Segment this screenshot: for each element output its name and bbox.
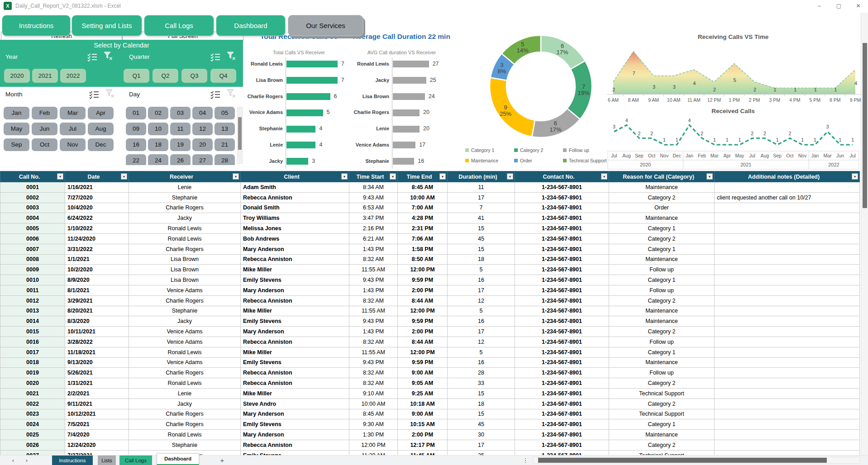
cell-receiver[interactable]: Venice Adams: [129, 327, 241, 337]
cell-call-no[interactable]: 0011: [0, 285, 65, 295]
cell-time-start[interactable]: 8:32 AM: [349, 378, 398, 389]
cell-duration[interactable]: 15: [448, 388, 515, 399]
sheet-tab-lists[interactable]: Lists: [98, 456, 116, 465]
cell-date[interactable]: 8/9/2020: [65, 275, 129, 285]
cell-time-end[interactable]: 9:59 PM: [398, 357, 448, 368]
cell-date[interactable]: 8/1/2021: [65, 285, 129, 295]
cell-reason[interactable]: Category 2: [609, 192, 715, 203]
cell-call-no[interactable]: 0009: [0, 265, 65, 275]
cell-date[interactable]: 11/18/2021: [65, 347, 129, 357]
horizontal-scrollbar[interactable]: [533, 457, 860, 464]
day-option-28[interactable]: 28: [215, 154, 235, 165]
cell-date[interactable]: 12/24/2020: [65, 440, 129, 450]
cell-date[interactable]: 9/13/2020: [65, 357, 129, 368]
cell-receiver[interactable]: Stephanie: [129, 440, 241, 450]
nav-button-instructions[interactable]: Instructions: [2, 15, 71, 36]
cell-date[interactable]: 1/10/2022: [65, 223, 129, 234]
cell-notes[interactable]: client requested another call on 10/27: [715, 192, 860, 203]
cell-receiver[interactable]: Lenie: [129, 182, 241, 193]
cell-notes[interactable]: [715, 388, 860, 399]
cell-duration[interactable]: 16: [448, 316, 515, 327]
cell-client[interactable]: Melissa Jones: [241, 223, 349, 234]
day-option-01[interactable]: 01: [126, 107, 146, 119]
cell-time-end[interactable]: 10:00 AM: [398, 192, 448, 203]
column-header-notes[interactable]: Additional notes (Detailed)▾: [715, 171, 860, 182]
cell-reason[interactable]: Follow up: [609, 368, 715, 378]
cell-notes[interactable]: [715, 378, 860, 389]
cell-time-end[interactable]: 4:28 PM: [398, 213, 448, 223]
cell-duration[interactable]: 18: [448, 399, 515, 409]
column-header-date[interactable]: Date▾: [65, 171, 129, 182]
day-option-27[interactable]: 27: [192, 154, 213, 165]
cell-time-start[interactable]: 10:00 AM: [349, 399, 398, 409]
cell-receiver[interactable]: Charlie Rogers: [129, 203, 241, 213]
more-options-icon[interactable]: ⋮: [520, 456, 531, 465]
cell-client[interactable]: Mike Miller: [241, 306, 349, 316]
cell-duration[interactable]: 30: [448, 430, 515, 440]
day-option-24[interactable]: 24: [148, 154, 168, 165]
cell-reason[interactable]: Category 2: [609, 440, 715, 450]
cell-time-end[interactable]: 2:00 PM: [398, 430, 448, 440]
cell-duration[interactable]: 16: [448, 275, 515, 285]
filter-dropdown-icon[interactable]: ▾: [341, 173, 348, 180]
cell-notes[interactable]: [715, 347, 860, 357]
quarter-multiselect-icon[interactable]: [210, 52, 221, 62]
cell-call-no[interactable]: 0013: [0, 306, 65, 316]
cell-time-end[interactable]: 8:44 AM: [398, 337, 448, 347]
cell-receiver[interactable]: Lenie: [129, 388, 241, 399]
cell-time-end[interactable]: 2:00 PM: [398, 285, 448, 295]
cell-reason[interactable]: Technical Support: [609, 409, 715, 419]
nav-button-call-logs[interactable]: Call Logs: [144, 15, 214, 36]
cell-contact-no[interactable]: 1-234-567-8901: [515, 316, 609, 327]
quarter-option-q2[interactable]: Q2: [153, 69, 178, 83]
cell-call-no[interactable]: 0002: [0, 192, 65, 203]
cell-reason[interactable]: Category 2: [609, 233, 715, 244]
day-option-03[interactable]: 03: [170, 107, 191, 119]
day-option-12[interactable]: 12: [192, 123, 213, 135]
cell-client[interactable]: Mary Anderson: [241, 430, 349, 440]
cell-notes[interactable]: [715, 327, 860, 337]
cell-call-no[interactable]: 0025: [0, 430, 65, 440]
cell-time-start[interactable]: 9:43 PM: [349, 275, 398, 285]
day-option-02[interactable]: 02: [148, 107, 168, 119]
column-header-receiver[interactable]: Receiver▾: [129, 171, 241, 182]
day-slicer-scrollbar[interactable]: [237, 107, 243, 164]
cell-call-no[interactable]: 0016: [0, 337, 65, 347]
nav-button-our-services[interactable]: Our Services: [288, 15, 363, 36]
cell-reason[interactable]: Category 1: [609, 419, 715, 430]
year-option-2020[interactable]: 2020: [4, 69, 30, 83]
cell-date[interactable]: 1/31/2021: [65, 378, 129, 389]
cell-notes[interactable]: [715, 295, 860, 306]
cell-time-start[interactable]: 12:00 PM: [349, 440, 398, 450]
cell-client[interactable]: Rebecca Anniston: [241, 368, 349, 378]
cell-reason[interactable]: Follow up: [609, 337, 715, 347]
minimize-icon[interactable]: –: [810, 0, 829, 12]
quarter-option-q4[interactable]: Q4: [210, 69, 236, 83]
cell-notes[interactable]: [715, 337, 860, 347]
cell-reason[interactable]: Category 1: [609, 223, 715, 234]
cell-client[interactable]: Mike Miller: [241, 347, 349, 357]
cell-time-end[interactable]: 7:06 AM: [398, 233, 448, 244]
day-option-05[interactable]: 05: [215, 107, 235, 119]
cell-receiver[interactable]: Lisa Brown: [129, 275, 241, 285]
cell-date[interactable]: 10/12/2021: [65, 409, 129, 419]
column-header-time-start[interactable]: Time Start▾: [349, 171, 398, 182]
cell-call-no[interactable]: 0019: [0, 368, 65, 378]
cell-time-end[interactable]: 9:59 PM: [398, 316, 448, 327]
cell-notes[interactable]: [715, 275, 860, 285]
cell-receiver[interactable]: Ronald Lewis: [129, 378, 241, 389]
cell-call-no[interactable]: 0012: [0, 295, 65, 306]
cell-call-no[interactable]: 0015: [0, 327, 65, 337]
month-option-sep[interactable]: Sep: [4, 138, 29, 151]
nav-button-setting-and-lists[interactable]: Setting and Lists: [72, 15, 142, 36]
cell-time-end[interactable]: 9:25 AM: [398, 388, 448, 399]
cell-call-no[interactable]: 0020: [0, 378, 65, 389]
cell-time-start[interactable]: 9:43 AM: [349, 192, 398, 203]
cell-notes[interactable]: [715, 182, 860, 193]
cell-notes[interactable]: [715, 213, 860, 223]
filter-dropdown-icon[interactable]: ▾: [706, 173, 713, 180]
cell-client[interactable]: Rebecca Anniston: [241, 295, 349, 306]
cell-time-start[interactable]: 1:30 PM: [349, 430, 398, 440]
cell-notes[interactable]: [715, 265, 860, 275]
month-option-jan[interactable]: Jan: [4, 107, 29, 119]
